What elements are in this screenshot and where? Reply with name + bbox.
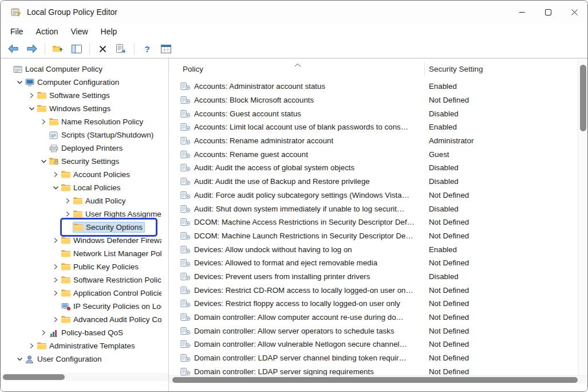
column-header-security-setting[interactable]: Security Setting — [429, 65, 483, 73]
policy-row[interactable]: Audit: Audit the access of global system… — [169, 161, 578, 175]
chevron-right-icon[interactable] — [51, 264, 61, 270]
list-horizontal-scrollbar[interactable] — [169, 375, 587, 383]
column-divider[interactable] — [424, 62, 425, 76]
chevron-right-icon[interactable] — [27, 92, 37, 99]
export-list-button[interactable] — [114, 41, 129, 56]
app-icon — [11, 7, 21, 17]
policy-row[interactable]: Devices: Allow undock without having to … — [169, 242, 578, 256]
chevron-right-icon[interactable] — [51, 237, 61, 244]
policy-document-icon — [180, 245, 191, 254]
policy-name: Audit: Audit the use of Backup and Resto… — [194, 177, 428, 186]
maximize-button[interactable] — [535, 1, 561, 23]
policy-row[interactable]: Accounts: Administrator account statusEn… — [169, 80, 578, 93]
policy-row[interactable]: Devices: Restrict floppy access to local… — [169, 297, 578, 311]
tree-item-network-list-manager-policies[interactable]: Network List Manager Policies — [1, 247, 161, 260]
chevron-right-icon[interactable] — [39, 330, 49, 336]
policy-row[interactable]: Accounts: Rename guest accountGuest — [169, 147, 578, 161]
tree-item-label: Administrative Templates — [49, 342, 135, 350]
help-button[interactable]: ? — [140, 41, 155, 56]
tree-item-windows-defender-firewall-with-advanced-security[interactable]: Windows Defender Firewall with Advanced … — [1, 234, 161, 247]
chevron-right-icon[interactable] — [51, 277, 61, 283]
tree-horizontal-scrollbar-thumb[interactable] — [3, 374, 65, 380]
policy-name: DCOM: Machine Launch Restrictions in Sec… — [194, 232, 428, 240]
minimize-button[interactable] — [508, 1, 535, 23]
policy-row[interactable]: Accounts: Rename administrator accountAd… — [169, 134, 578, 148]
policy-row[interactable]: Domain controller: Allow vulnerable Netl… — [169, 338, 578, 351]
policy-name: Accounts: Administrator account status — [194, 82, 428, 91]
tree-item-ip-security-policies-on-local-computer[interactable]: IP Security Policies on Local Computer — [1, 300, 161, 313]
policy-document-icon — [180, 82, 191, 91]
tree-item-advanced-audit-policy-configuration[interactable]: Advanced Audit Policy Configuration — [1, 313, 161, 326]
security-setting-value: Disabled — [429, 109, 459, 118]
tree-item-administrative-templates[interactable]: Administrative Templates — [1, 339, 161, 352]
policy-row[interactable]: Devices: Allowed to format and eject rem… — [169, 256, 578, 270]
policy-document-icon — [180, 340, 191, 348]
column-header-policy[interactable]: Policy — [183, 65, 203, 73]
list-vertical-scrollbar-thumb[interactable] — [580, 65, 586, 131]
policy-document-icon — [180, 136, 191, 145]
policy-name: Accounts: Block Microsoft accounts — [194, 96, 428, 104]
console-properties-button[interactable] — [159, 41, 173, 56]
policy-row[interactable]: Domain controller: Allow server operator… — [169, 324, 578, 338]
policy-row[interactable]: DCOM: Machine Access Restrictions in Sec… — [169, 215, 578, 229]
policy-row[interactable]: Devices: Prevent users from installing p… — [169, 270, 578, 284]
tree-item-software-settings[interactable]: Software Settings — [1, 89, 161, 102]
tree-item-account-policies[interactable]: Account Policies — [1, 168, 161, 181]
tree-item-name-resolution-policy[interactable]: Name Resolution Policy — [1, 115, 161, 128]
policy-row[interactable]: Accounts: Guest account statusDisabled — [169, 107, 578, 120]
chevron-right-icon[interactable] — [63, 198, 73, 204]
policy-row[interactable]: Domain controller: LDAP server channel b… — [169, 351, 578, 365]
chevron-right-icon[interactable] — [51, 290, 61, 296]
chevron-down-icon[interactable] — [51, 186, 61, 190]
chevron-down-icon[interactable] — [39, 159, 49, 163]
forward-button[interactable] — [25, 41, 40, 56]
tree-item-user-rights-assignment[interactable]: User Rights Assignment — [1, 207, 161, 221]
close-button[interactable] — [561, 1, 587, 23]
tree-item-software-restriction-policies[interactable]: Software Restriction Policies — [1, 273, 161, 287]
tree-item-computer-configuration[interactable]: Computer Configuration — [1, 76, 161, 89]
tree-item-application-control-policies[interactable]: Application Control Policies — [1, 287, 161, 300]
tree-item-policy-based-qos[interactable]: Policy-based QoS — [1, 326, 161, 339]
tree-item-public-key-policies[interactable]: Public Key Policies — [1, 260, 161, 273]
tree-item-local-policies[interactable]: Local Policies — [1, 181, 161, 194]
list-vertical-scrollbar[interactable] — [578, 58, 587, 375]
policy-row[interactable]: Audit: Force audit policy subcategory se… — [169, 189, 578, 202]
chevron-right-icon[interactable] — [51, 316, 61, 323]
tree-item-user-configuration[interactable]: User Configuration — [1, 352, 161, 366]
chevron-right-icon[interactable] — [39, 119, 49, 125]
chevron-down-icon[interactable] — [15, 80, 25, 84]
tree-item-label: Deployed Printers — [61, 144, 123, 152]
policy-row[interactable]: Devices: Restrict CD-ROM access to local… — [169, 283, 578, 297]
policy-row[interactable]: Audit: Shut down system immediately if u… — [169, 202, 578, 215]
sort-ascending-icon — [294, 59, 302, 69]
tree-item-windows-settings[interactable]: Windows Settings — [1, 102, 161, 115]
show-console-tree-button[interactable] — [69, 41, 84, 56]
delete-button[interactable] — [95, 41, 110, 56]
chevron-down-icon[interactable] — [27, 107, 37, 111]
menu-action[interactable]: Action — [30, 25, 65, 38]
up-one-level-button[interactable] — [50, 41, 65, 56]
menu-file[interactable]: File — [4, 25, 30, 38]
menu-view[interactable]: View — [64, 25, 94, 38]
tree-item-deployed-printers[interactable]: Deployed Printers — [1, 142, 161, 155]
tree-item-security-options[interactable]: Security Options — [1, 221, 161, 234]
chevron-right-icon[interactable] — [27, 343, 37, 349]
tree-item-audit-policy[interactable]: Audit Policy — [1, 194, 161, 207]
tree-item-scripts-startup-shutdown[interactable]: Scripts (Startup/Shutdown) — [1, 128, 161, 142]
chevron-right-icon[interactable] — [51, 171, 61, 178]
tree-item-security-settings[interactable]: Security Settings — [1, 155, 161, 168]
tree-item-label: User Rights Assignment — [85, 210, 161, 218]
policy-row[interactable]: Audit: Audit the use of Backup and Resto… — [169, 175, 578, 189]
policy-row[interactable]: Domain controller: Allow computer accoun… — [169, 311, 578, 324]
tree-item-local-computer-policy[interactable]: Local Computer Policy — [1, 62, 161, 76]
tree-horizontal-scrollbar[interactable] — [1, 373, 168, 381]
chevron-right-icon[interactable] — [63, 211, 73, 217]
menu-help[interactable]: Help — [94, 25, 124, 38]
chevron-down-icon[interactable] — [15, 357, 25, 361]
list-horizontal-scrollbar-thumb[interactable] — [172, 377, 578, 383]
policy-row[interactable]: Accounts: Limit local account use of bla… — [169, 120, 578, 134]
back-button[interactable] — [6, 41, 21, 56]
policy-row[interactable]: DCOM: Machine Launch Restrictions in Sec… — [169, 229, 578, 243]
policy-name: Domain controller: Allow server operator… — [194, 327, 428, 335]
policy-row[interactable]: Accounts: Block Microsoft accountsNot De… — [169, 93, 578, 107]
